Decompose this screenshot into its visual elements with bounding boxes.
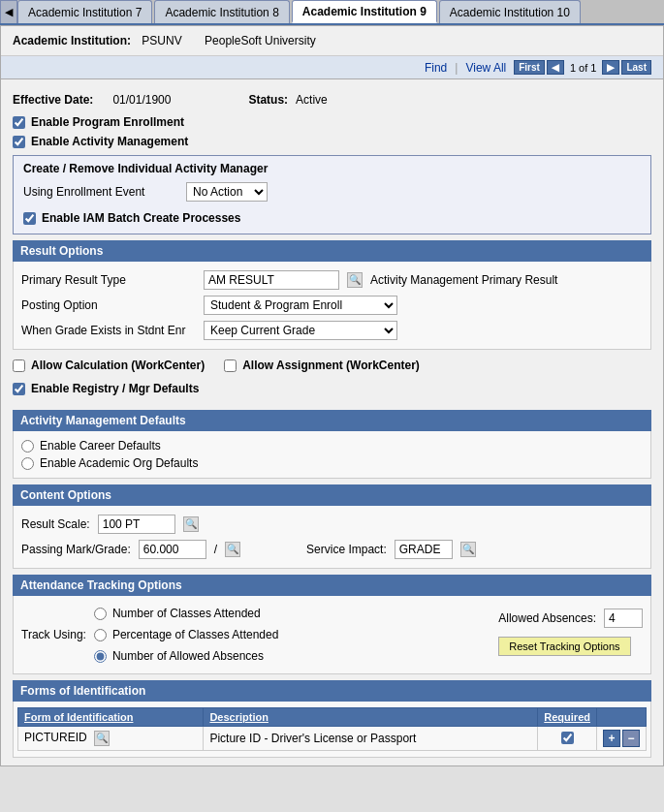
when-grade-select[interactable]: Keep Current Grade Replace Grade Use Hig… [204, 321, 397, 340]
allowed-absences-label: Number of Allowed Absences [112, 649, 264, 663]
col-required[interactable]: Required [538, 708, 597, 727]
form-id-value: PICTUREID [24, 731, 87, 744]
required-cell [538, 727, 597, 751]
status-section: Status: Active [248, 93, 327, 107]
percentage-classes-radio[interactable] [94, 629, 107, 641]
primary-result-desc: Activity Management Primary Result [370, 273, 557, 287]
classes-attended-label: Number of Classes Attended [112, 607, 261, 620]
tab-bar: ◀ Academic Institution 7 Academic Instit… [0, 0, 664, 25]
description-value: Picture ID - Driver's License or Passpor… [209, 732, 416, 745]
academic-org-defaults-radio[interactable] [21, 457, 34, 470]
enable-program-enrollment-row: Enable Program Enrollment [13, 112, 651, 132]
enable-registry-row: Enable Registry / Mgr Defaults [13, 379, 651, 398]
tab-academic-8[interactable]: Academic Institution 8 [154, 0, 289, 23]
result-scale-input[interactable] [98, 515, 175, 534]
content-options-body: Result Scale: 🔍 Passing Mark/Grade: / 🔍 … [13, 506, 651, 569]
career-defaults-radio[interactable] [21, 440, 34, 453]
last-button[interactable]: Last [621, 60, 651, 75]
institution-header: Academic Institution: PSUNV PeopleSoft U… [1, 26, 663, 56]
passing-mark-search-icon[interactable]: 🔍 [225, 542, 240, 557]
allow-assignment-row: Allow Assignment (WorkCenter) [224, 356, 420, 375]
result-scale-search-icon[interactable]: 🔍 [183, 516, 199, 532]
allowed-absences-count-input[interactable] [604, 609, 643, 628]
enable-activity-management-row: Enable Activity Management [13, 132, 651, 151]
service-impact-search-icon[interactable]: 🔍 [460, 542, 476, 557]
prev-button[interactable]: ◀ [547, 60, 564, 75]
using-enrollment-select[interactable]: No Action Add Drop Enrollment [186, 182, 268, 202]
col-description[interactable]: Description [204, 708, 538, 727]
percentage-classes-label: Percentage of Classes Attended [112, 628, 278, 641]
when-grade-row: When Grade Exists in Stdnt Enr Keep Curr… [21, 318, 643, 343]
table-row: PICTUREID 🔍 Picture ID - Driver's Licens… [18, 727, 647, 751]
allowed-absences-count-row: Allowed Absences: [498, 606, 643, 631]
using-enrollment-row: Using Enrollment Event No Action Add Dro… [23, 179, 641, 204]
track-using-label: Track Using: [21, 628, 86, 641]
attendance-tracking-header: Attendance Tracking Options [13, 575, 651, 596]
career-defaults-row: Enable Career Defaults [21, 437, 643, 454]
forms-identification-body: Form of Identification Description Requi… [13, 702, 651, 758]
find-link[interactable]: Find [425, 61, 447, 75]
enable-registry-label: Enable Registry / Mgr Defaults [31, 382, 199, 395]
when-grade-label: When Grade Exists in Stdnt Enr [21, 324, 196, 337]
view-all-link[interactable]: View All [465, 61, 506, 75]
next-button[interactable]: ▶ [602, 60, 619, 75]
academic-org-defaults-row: Enable Academic Org Defaults [21, 454, 643, 472]
result-options-header: Result Options [13, 240, 651, 262]
tab-academic-9[interactable]: Academic Institution 9 [292, 0, 437, 23]
primary-result-label: Primary Result Type [21, 273, 196, 287]
allowed-absences-radio[interactable] [94, 650, 107, 663]
primary-result-input[interactable] [204, 270, 339, 290]
allow-assignment-checkbox[interactable] [224, 359, 237, 372]
allowed-absences-count-label: Allowed Absences: [498, 611, 596, 625]
col-actions [597, 708, 647, 727]
actions-cell: + − [597, 727, 647, 751]
tab-academic-7[interactable]: Academic Institution 7 [17, 0, 152, 23]
forms-identification-table: Form of Identification Description Requi… [17, 707, 647, 751]
toolbar: Find | View All First ◀ 1 of 1 ▶ Last [1, 56, 663, 79]
posting-option-label: Posting Option [21, 298, 196, 312]
enable-activity-management-checkbox[interactable] [13, 136, 25, 148]
enable-iam-batch-label: Enable IAM Batch Create Processes [42, 211, 240, 225]
required-checkbox[interactable] [561, 732, 574, 744]
reset-tracking-button[interactable]: Reset Tracking Options [498, 637, 630, 656]
result-scale-label: Result Scale: [21, 517, 90, 531]
service-impact-input[interactable] [395, 540, 453, 559]
attendance-tracking-body: Track Using: Number of Classes Attended … [13, 596, 651, 674]
description-cell: Picture ID - Driver's License or Passpor… [204, 727, 538, 751]
create-remove-section: Create / Remove Individual Activity Mana… [13, 155, 651, 234]
enable-iam-batch-row: Enable IAM Batch Create Processes [23, 208, 641, 228]
content-area: Effective Date: 01/01/1900 Status: Activ… [1, 79, 663, 765]
percentage-classes-row: Percentage of Classes Attended [94, 626, 278, 643]
result-scale-row: Result Scale: 🔍 [21, 512, 643, 537]
page-info: 1 of 1 [570, 62, 597, 74]
primary-result-row: Primary Result Type 🔍 Activity Managemen… [21, 267, 643, 293]
tab-prev-button[interactable]: ◀ [0, 0, 17, 23]
form-id-search-icon[interactable]: 🔍 [94, 731, 110, 746]
enable-program-enrollment-label: Enable Program Enrollment [31, 115, 184, 129]
activity-defaults-body: Enable Career Defaults Enable Academic O… [13, 431, 651, 479]
passing-mark-slash: / [214, 543, 217, 556]
posting-option-select[interactable]: Student & Program Enroll Student Only Pr… [204, 296, 397, 315]
activity-defaults-header: Activity Management Defaults [13, 410, 651, 431]
status-label: Status: [248, 93, 288, 107]
enable-program-enrollment-checkbox[interactable] [13, 116, 25, 129]
classes-attended-radio[interactable] [94, 608, 107, 620]
add-row-button[interactable]: + [603, 730, 620, 747]
nav-controls: First ◀ 1 of 1 ▶ Last [514, 60, 651, 75]
passing-mark-label: Passing Mark/Grade: [21, 543, 131, 556]
remove-row-button[interactable]: − [622, 730, 640, 747]
attendance-flex: Track Using: Number of Classes Attended … [21, 602, 643, 668]
institution-name: PeopleSoft University [205, 34, 316, 47]
tab-academic-10[interactable]: Academic Institution 10 [439, 0, 581, 23]
allow-calculation-checkbox[interactable] [13, 359, 25, 372]
col-form-identification[interactable]: Form of Identification [18, 708, 204, 727]
passing-mark-input[interactable] [139, 540, 206, 559]
attendance-right: Allowed Absences: Reset Tracking Options [498, 602, 643, 656]
enable-registry-checkbox[interactable] [13, 383, 25, 395]
row-actions: + − [603, 730, 640, 747]
first-button[interactable]: First [514, 60, 545, 75]
career-defaults-label: Enable Career Defaults [40, 439, 161, 453]
primary-result-search-icon[interactable]: 🔍 [347, 272, 363, 288]
allow-assignment-label: Allow Assignment (WorkCenter) [242, 359, 420, 372]
enable-iam-batch-checkbox[interactable] [23, 212, 36, 225]
